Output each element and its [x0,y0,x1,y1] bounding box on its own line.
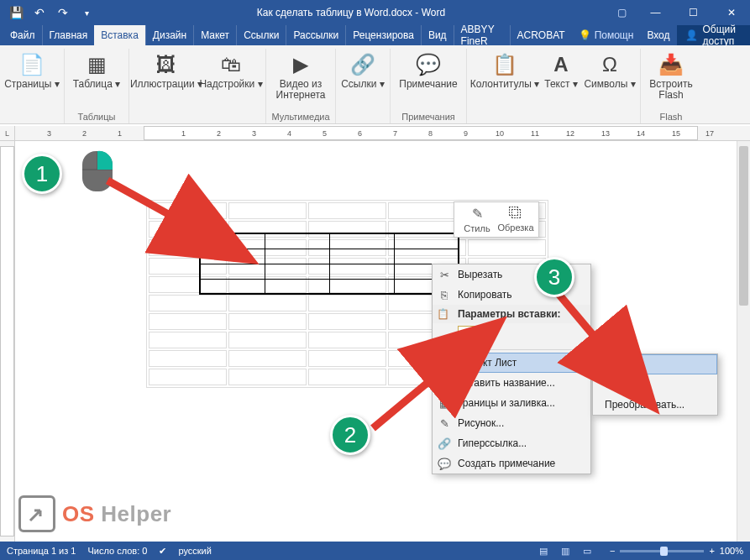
proofing-icon[interactable]: ✔ [159,546,166,557]
tab-review[interactable]: Рецензирова [345,25,421,45]
addins-label: Надстройки [199,79,254,90]
group-tables-label: Таблицы [70,112,123,123]
symbols-icon: Ω [596,52,623,77]
paste-option-keep-source[interactable]: 📋 [458,326,476,344]
submenu-open[interactable]: Открыть [593,374,717,395]
ctx-separator [434,349,589,350]
tab-mailings[interactable]: Рассылки [286,25,345,45]
share-button[interactable]: 👤 Общий доступ [677,25,750,45]
ribbon: 📄 Страницы ▾ ▦ Таблица ▾ Таблицы 🖼 Иллюс… [0,45,750,124]
minimize-button[interactable]: — [637,0,674,25]
cursor-square-icon [18,495,55,532]
caption-icon: 🏷 [437,377,452,390]
symbols-button[interactable]: Ω Символы ▾ [585,50,635,102]
view-read-mode[interactable]: ▤ [532,542,554,560]
ctx-new-comment[interactable]: 💬 Создать примечание [433,453,590,474]
vertical-scrollbar[interactable] [737,141,750,542]
comment-button[interactable]: 💬 Примечание [396,50,461,102]
tab-home[interactable]: Главная [42,25,95,45]
sign-in-button[interactable]: Вход [640,25,676,45]
group-links-label [341,112,385,123]
tab-references[interactable]: Ссылки [236,25,286,45]
maximize-button[interactable]: ☐ [674,0,712,25]
view-print-layout[interactable]: ▥ [554,542,576,560]
tab-insert[interactable]: Вставка [94,25,145,45]
undo-button[interactable]: ↶ [30,3,49,22]
inner-table[interactable] [199,233,459,295]
submenu-convert-label: Преобразовать... [605,399,684,411]
callout-2: 2 [330,415,370,455]
tab-abbyy[interactable]: ABBYY FineR [454,25,510,45]
save-button[interactable]: 💾 [7,3,25,22]
ctx-paste-options: 📋 [433,323,590,347]
header-footer-label: Колонтитулы [470,79,532,90]
comment-icon: 💬 [415,52,442,77]
comment-label: Примечание [399,79,457,102]
bulb-icon: 💡 [579,29,591,41]
document-area[interactable] [15,141,750,542]
submenu-convert[interactable]: Преобразовать... [593,395,717,415]
zoom-slider[interactable] [620,550,704,552]
watermark-logo: OS Helper [18,495,171,532]
ruler-corner[interactable]: L [0,126,15,141]
tell-me-search[interactable]: 💡 Помощн [572,25,641,45]
ctx-link-label: Гиперссылка... [458,437,527,449]
tab-file[interactable]: Файл [3,25,42,45]
status-word-count[interactable]: Число слов: 0 [87,546,147,556]
zoom-out-button[interactable]: − [610,546,615,556]
links-button[interactable]: 🔗 Ссылки ▾ [341,50,385,102]
ctx-object-sheet[interactable]: Объект Лист ▶ [433,353,590,373]
status-page[interactable]: Страница 1 из 1 [7,546,76,556]
illustrations-button[interactable]: 🖼 Иллюстрации ▾ [134,50,198,102]
zoom-control: − + 100% [610,546,743,556]
scrollbar-thumb[interactable] [739,146,748,306]
tab-design[interactable]: Дизайн [145,25,193,45]
picture-icon: ✎ [437,417,452,430]
vertical-ruler[interactable] [0,141,15,542]
zoom-in-button[interactable]: + [709,546,714,556]
flash-icon: 📥 [658,52,684,77]
window-controls: — ☐ ✕ [637,0,750,25]
customize-qat-button[interactable]: ▾ [77,3,96,22]
ctx-borders-shading[interactable]: ▦ Границы и заливка... [433,393,590,413]
tab-layout[interactable]: Макет [193,25,236,45]
person-icon: 👤 [685,29,698,41]
table-button[interactable]: ▦ Таблица ▾ [70,50,123,102]
illustrations-icon: 🖼 [153,52,180,77]
links-icon: 🔗 [349,52,376,77]
group-header-text-symbols: 📋 Колонтитулы ▾ A Текст ▾ Ω Символы ▾ [467,49,641,123]
mini-style-button[interactable]: ✎ Стиль [458,206,496,233]
online-video-button[interactable]: ▶ Видео из Интернета [271,50,330,102]
symbols-label: Символы [584,79,627,90]
ctx-caption-label: Вставить название... [458,377,555,389]
header-footer-button[interactable]: 📋 Колонтитулы ▾ [472,50,538,102]
zoom-value[interactable]: 100% [720,546,743,556]
crop-icon: ⿻ [509,206,522,221]
ctx-insert-caption[interactable]: 🏷 Вставить название... [433,373,590,393]
view-web-layout[interactable]: ▭ [576,542,598,560]
status-language[interactable]: русский [178,546,211,556]
borders-icon: ▦ [437,397,452,410]
submenu-edit[interactable]: Правка [593,354,717,374]
redo-button[interactable]: ↷ [54,3,72,22]
addins-button[interactable]: 🛍 Надстройки ▾ [202,50,260,102]
submenu-open-label: Открыть [605,379,644,390]
zoom-slider-thumb[interactable] [660,547,668,556]
ctx-hyperlink[interactable]: 🔗 Гиперссылка... [433,433,590,453]
table-label: Таблица [73,79,113,90]
ribbon-display-options-button[interactable]: ▢ [606,0,637,25]
clipboard-icon: 📋 [437,308,449,320]
horizontal-ruler[interactable]: 3 2 1 1 2 3 4 5 6 7 8 9 10 11 12 13 14 1… [15,126,750,141]
online-video-label: Видео из Интернета [273,79,328,102]
ctx-picture[interactable]: ✎ Рисунок... [433,413,590,433]
pages-button[interactable]: 📄 Страницы ▾ [5,50,59,102]
mini-crop-button[interactable]: ⿻ Обрезка [496,206,535,233]
tab-view[interactable]: Вид [421,25,454,45]
link-icon: 🔗 [437,437,452,450]
close-button[interactable]: ✕ [712,0,750,25]
ctx-picture-label: Рисунок... [458,417,504,429]
text-button[interactable]: A Текст ▾ [541,50,581,102]
tab-acrobat[interactable]: ACROBAT [510,25,572,45]
embed-flash-button[interactable]: 📥 Встроить Flash [646,50,696,102]
mouse-graphic [81,149,114,193]
